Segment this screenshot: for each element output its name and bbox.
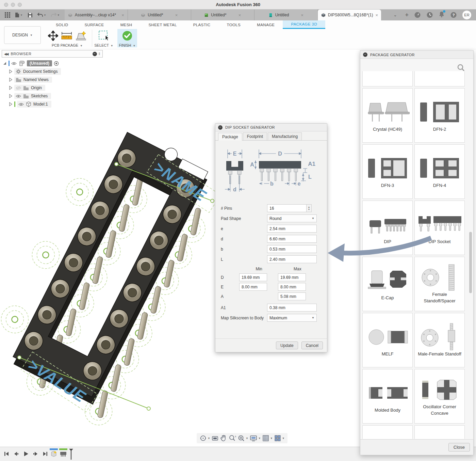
a-max-input[interactable] bbox=[278, 292, 306, 300]
workspace-switcher[interactable]: DESIGN ▼ bbox=[4, 26, 41, 44]
tab-sheet-metal[interactable]: SHEET METAL bbox=[140, 20, 185, 29]
redo-button[interactable]: ▼ bbox=[51, 13, 60, 17]
silkscreen-select[interactable]: Maximum▼ bbox=[267, 314, 317, 322]
package-card-molded-body[interactable]: Molded Body bbox=[362, 369, 413, 424]
package-card-oscillator[interactable]: Oscillator Corner Concave bbox=[414, 369, 465, 424]
browser-panel-header[interactable]: ◀◀ BROWSER − ‖ bbox=[2, 50, 103, 58]
orbit-button[interactable]: ▼ bbox=[199, 434, 210, 442]
e-min-input[interactable] bbox=[239, 283, 267, 291]
finish-check-icon[interactable] bbox=[122, 31, 132, 41]
b-input[interactable] bbox=[267, 245, 317, 253]
notifications-bell-icon[interactable] bbox=[439, 11, 445, 19]
tab-package[interactable]: Package bbox=[218, 133, 242, 141]
skip-to-start-icon[interactable] bbox=[3, 451, 10, 457]
panel-minimize-icon[interactable]: − bbox=[93, 52, 97, 56]
tree-row-root[interactable]: (Unsaved) bbox=[3, 59, 61, 67]
new-tab-icon[interactable]: + bbox=[405, 12, 409, 19]
close-tab-icon[interactable]: × bbox=[175, 13, 178, 18]
doc-tab-untitled-3[interactable]: Untitled × bbox=[255, 10, 318, 20]
skip-to-end-icon[interactable] bbox=[42, 451, 48, 457]
close-tab-icon[interactable]: × bbox=[239, 13, 241, 18]
move-icon[interactable] bbox=[48, 31, 58, 41]
eye-visible-icon[interactable] bbox=[18, 102, 24, 106]
package-card-dip[interactable]: DIP bbox=[362, 201, 413, 255]
timeline-feature-package[interactable] bbox=[59, 448, 67, 459]
tab-surface[interactable]: SURFACE bbox=[77, 20, 112, 29]
viewports-button[interactable]: ▼ bbox=[274, 434, 285, 442]
viewport-3d-model[interactable]: >NAME >VALUE bbox=[4, 130, 218, 402]
close-button[interactable]: Close bbox=[448, 443, 470, 451]
finish-label[interactable]: FINISH ▼ bbox=[117, 43, 137, 47]
package-card-dfn-3[interactable]: DFN-3 bbox=[362, 144, 413, 199]
e-max-input[interactable] bbox=[278, 283, 306, 291]
package-card-partial[interactable] bbox=[362, 71, 413, 86]
help-icon[interactable]: ? bbox=[450, 12, 457, 18]
package-card-dip-socket[interactable]: DIP Socket bbox=[414, 201, 465, 255]
e-input[interactable] bbox=[267, 225, 317, 233]
d-max-input[interactable] bbox=[278, 273, 306, 281]
select-label[interactable]: SELECT ▼ bbox=[93, 43, 115, 47]
collapsed-triangle-icon[interactable] bbox=[9, 86, 13, 90]
package-card-e-cap[interactable]: E-Cap bbox=[362, 257, 413, 311]
timeline-feature-new-component[interactable] bbox=[50, 448, 58, 459]
tab-list-dropdown-icon[interactable]: ⌄ bbox=[391, 11, 399, 19]
step-up-icon[interactable]: ▲ bbox=[308, 206, 310, 208]
fit-button[interactable]: ▼ bbox=[237, 434, 248, 442]
collapsed-triangle-icon[interactable] bbox=[9, 78, 13, 82]
step-down-icon[interactable]: ▼ bbox=[308, 208, 310, 211]
cancel-button[interactable]: Cancel bbox=[301, 341, 323, 349]
package-card-melf[interactable]: MELF bbox=[362, 313, 413, 367]
job-status-icon[interactable] bbox=[426, 12, 433, 18]
tree-row-named-views[interactable]: Named Views bbox=[9, 76, 61, 84]
extensions-icon[interactable] bbox=[414, 12, 421, 18]
select-icon[interactable] bbox=[98, 30, 110, 42]
scrollbar-thumb[interactable] bbox=[469, 232, 472, 293]
tab-solid[interactable]: SOLID bbox=[48, 20, 77, 29]
tab-manufacturing[interactable]: Manufacturing bbox=[268, 132, 302, 140]
measure-icon[interactable] bbox=[61, 31, 72, 41]
tab-mesh[interactable]: MESH bbox=[112, 20, 141, 29]
display-settings-button[interactable]: ▼ bbox=[249, 434, 261, 442]
pins-stepper[interactable]: ▲▼ bbox=[307, 204, 312, 212]
new-package-icon[interactable] bbox=[75, 31, 87, 41]
package-card-dfn-4[interactable]: DFN-4 bbox=[414, 144, 465, 199]
dialog-minimize-icon[interactable]: − bbox=[218, 125, 223, 130]
grid-snap-button[interactable]: ▼ bbox=[262, 434, 273, 442]
close-tab-icon[interactable]: × bbox=[121, 13, 124, 18]
timeline-marker[interactable] bbox=[69, 448, 73, 460]
user-avatar[interactable]: ER bbox=[462, 11, 471, 19]
tree-row-origin[interactable]: Origin bbox=[9, 84, 61, 92]
package-card-crystal[interactable]: Crystal (HC49) bbox=[362, 88, 413, 143]
package-card-partial[interactable] bbox=[414, 425, 465, 439]
app-grid-icon[interactable] bbox=[5, 12, 10, 18]
collapsed-triangle-icon[interactable] bbox=[9, 94, 13, 98]
package-card-partial[interactable] bbox=[414, 71, 465, 86]
tree-row-sketches[interactable]: Sketches bbox=[9, 92, 61, 100]
collapse-panel-icon[interactable]: ◀◀ bbox=[4, 52, 8, 56]
tab-manage[interactable]: MANAGE bbox=[249, 20, 283, 29]
step-forward-icon[interactable] bbox=[33, 451, 39, 457]
dialog-header[interactable]: − DIP SOCKET GENERATOR bbox=[215, 124, 327, 131]
pan-button[interactable] bbox=[220, 434, 227, 442]
undo-button[interactable]: ▼ bbox=[37, 13, 46, 17]
zoom-button[interactable]: ± bbox=[228, 434, 236, 442]
package-card-dfn-2[interactable]: DFN-2 bbox=[414, 88, 465, 143]
package-card-male-female-standoff[interactable]: Male-Female Standoff bbox=[414, 313, 465, 367]
doc-tab-untitled-2[interactable]: Untitled* × bbox=[191, 10, 255, 20]
save-icon[interactable] bbox=[28, 13, 33, 18]
doc-tab-untitled-1[interactable]: Untitled* × bbox=[128, 10, 191, 20]
tab-package-3d[interactable]: PACKAGE 3D bbox=[283, 20, 325, 29]
dip-socket-body[interactable] bbox=[0, 113, 232, 430]
tab-footprint[interactable]: Footprint bbox=[243, 132, 267, 140]
tree-row-model[interactable]: Model:1 bbox=[9, 100, 61, 108]
d-min-input[interactable] bbox=[239, 273, 267, 281]
search-icon[interactable] bbox=[457, 64, 465, 72]
panel-scrollbar[interactable] bbox=[469, 71, 472, 439]
tab-tools[interactable]: TOOLS bbox=[218, 20, 249, 29]
root-document-label[interactable]: (Unsaved) bbox=[27, 60, 52, 66]
panel-minimize-icon[interactable]: − bbox=[363, 52, 367, 57]
close-tab-icon[interactable]: × bbox=[376, 13, 378, 18]
look-at-button[interactable] bbox=[211, 434, 219, 442]
eye-hidden-icon[interactable] bbox=[16, 86, 21, 90]
update-button[interactable]: Update bbox=[276, 341, 298, 349]
